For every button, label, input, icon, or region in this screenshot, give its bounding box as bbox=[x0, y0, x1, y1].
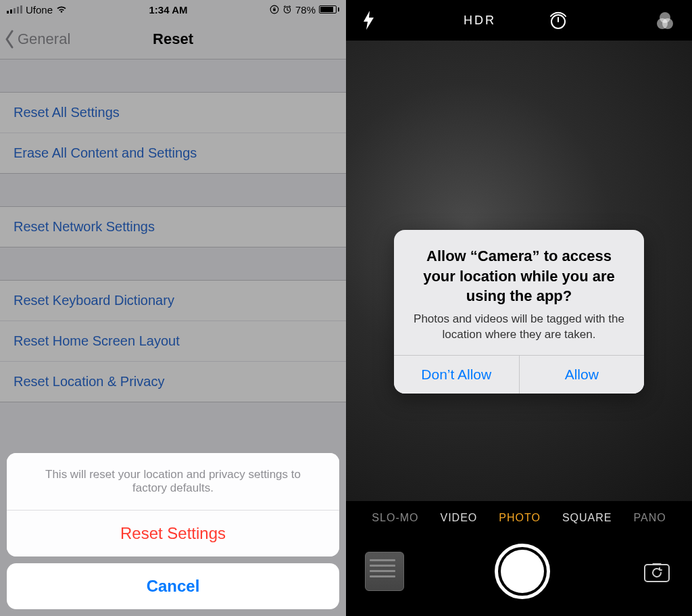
dont-allow-button[interactable]: Don’t Allow bbox=[394, 356, 519, 394]
battery-icon bbox=[319, 5, 339, 14]
svg-point-6 bbox=[660, 12, 670, 23]
mode-slomo[interactable]: SLO-MO bbox=[372, 512, 418, 524]
mode-selector[interactable]: SLO-MO VIDEO PHOTO SQUARE PANO bbox=[346, 501, 692, 535]
back-label: General bbox=[18, 30, 70, 48]
timer-icon[interactable] bbox=[548, 10, 568, 30]
rotation-lock-icon bbox=[270, 5, 279, 14]
mode-pano[interactable]: PANO bbox=[633, 512, 666, 524]
mode-square[interactable]: SQUARE bbox=[562, 512, 612, 524]
flip-camera-icon bbox=[643, 559, 671, 584]
reset-keyboard-dictionary[interactable]: Reset Keyboard Dictionary bbox=[0, 281, 346, 321]
svg-rect-1 bbox=[273, 9, 276, 11]
status-right: 78% bbox=[270, 4, 339, 16]
flash-icon[interactable] bbox=[362, 11, 376, 30]
action-sheet-main: This will reset your location and privac… bbox=[7, 453, 339, 556]
permission-alert: Allow “Camera” to access your location w… bbox=[394, 230, 644, 394]
reset-group-3: Reset Keyboard Dictionary Reset Home Scr… bbox=[0, 280, 346, 402]
reset-settings-button[interactable]: Reset Settings bbox=[7, 511, 339, 556]
alarm-icon bbox=[282, 5, 292, 14]
flip-camera-button[interactable] bbox=[641, 555, 673, 588]
mode-video[interactable]: VIDEO bbox=[440, 512, 477, 524]
chevron-left-icon bbox=[4, 30, 15, 49]
signal-icon bbox=[7, 5, 22, 14]
alert-subtitle: Photos and videos will be tagged with th… bbox=[409, 312, 629, 343]
carrier-label: Ufone bbox=[26, 4, 53, 16]
battery-percent: 78% bbox=[295, 4, 316, 16]
reset-group-2: Reset Network Settings bbox=[0, 206, 346, 247]
hdr-button[interactable]: HDR bbox=[464, 14, 496, 28]
filters-icon[interactable] bbox=[654, 10, 676, 30]
alert-title: Allow “Camera” to access your location w… bbox=[409, 246, 629, 306]
status-time: 1:34 AM bbox=[149, 4, 188, 16]
action-sheet-message: This will reset your location and privac… bbox=[7, 453, 339, 511]
camera-top-bar: HDR bbox=[346, 0, 692, 41]
status-bar: Ufone 1:34 AM 78% bbox=[0, 0, 346, 19]
cancel-button[interactable]: Cancel bbox=[7, 563, 339, 609]
reset-network-settings[interactable]: Reset Network Settings bbox=[0, 207, 346, 247]
camera-screen: HDR SLO-MO VIDEO PHOTO SQUARE PANO bbox=[346, 0, 692, 616]
page-title: Reset bbox=[153, 30, 193, 48]
erase-all-content[interactable]: Erase All Content and Settings bbox=[0, 133, 346, 173]
mode-photo[interactable]: PHOTO bbox=[499, 512, 541, 524]
last-photo-thumbnail[interactable] bbox=[365, 552, 404, 591]
reset-all-settings[interactable]: Reset All Settings bbox=[0, 93, 346, 133]
svg-rect-7 bbox=[645, 565, 669, 582]
allow-button[interactable]: Allow bbox=[519, 356, 645, 394]
wifi-icon bbox=[56, 5, 67, 14]
reset-location-and-privacy[interactable]: Reset Location & Privacy bbox=[0, 362, 346, 402]
action-sheet: This will reset your location and privac… bbox=[7, 453, 339, 609]
status-left: Ufone bbox=[7, 4, 67, 16]
reset-home-screen-layout[interactable]: Reset Home Screen Layout bbox=[0, 321, 346, 362]
shutter-button[interactable] bbox=[495, 544, 550, 599]
settings-screen: Ufone 1:34 AM 78% bbox=[0, 0, 346, 616]
nav-bar: General Reset bbox=[0, 19, 346, 60]
reset-group-1: Reset All Settings Erase All Content and… bbox=[0, 92, 346, 174]
back-button[interactable]: General bbox=[4, 30, 70, 49]
camera-bottom-bar: SLO-MO VIDEO PHOTO SQUARE PANO bbox=[346, 501, 692, 616]
